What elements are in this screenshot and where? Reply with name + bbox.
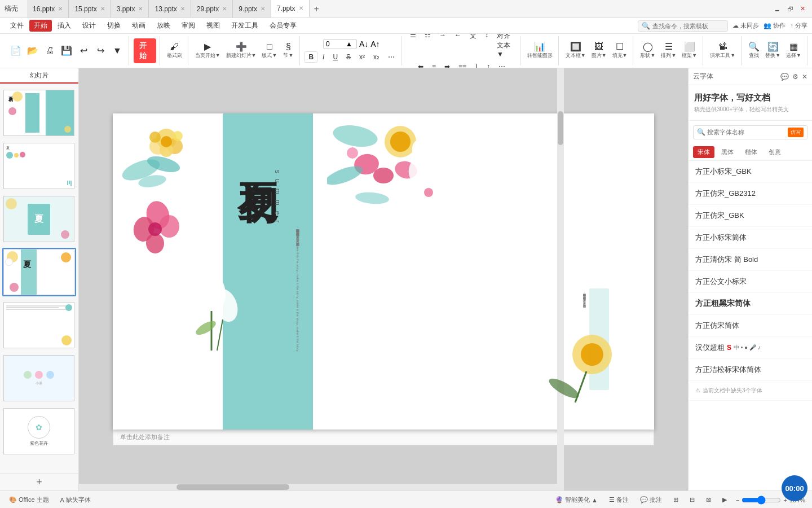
- font-size-input[interactable]: [326, 40, 346, 48]
- start-btn[interactable]: 开始: [134, 38, 156, 63]
- tab-3pptx[interactable]: 3.pptx ✕: [111, 0, 149, 17]
- line-spacing-btn[interactable]: ↕: [483, 62, 493, 68]
- align-center-btn[interactable]: ≡: [429, 62, 439, 68]
- zoom-slider[interactable]: [742, 496, 781, 505]
- format-painter-btn[interactable]: 🖌 格式刷: [165, 41, 184, 60]
- font-item-6[interactable]: 方正公文小标宋: [689, 271, 812, 293]
- save-btn[interactable]: 💾: [59, 45, 74, 56]
- slide-canvas[interactable]: 初夏 summer 当时的那些故事，就像那些花一样，开了又谢，谢了又开，周而复始…: [113, 113, 654, 430]
- tab-insert[interactable]: 插入: [52, 19, 77, 33]
- slide-thumb-7[interactable]: 7 ✿ 紫色花卉: [2, 407, 76, 456]
- slide-thumb-4[interactable]: 4 夏: [2, 248, 76, 296]
- cat-tab-hei[interactable]: 黑体: [717, 146, 738, 158]
- copy-btn[interactable]: 仿写: [788, 128, 804, 137]
- tab-7pptx[interactable]: 7.pptx ✕: [271, 0, 310, 17]
- close-button[interactable]: ✕: [798, 4, 807, 14]
- scrollbar-thumb[interactable]: [558, 111, 563, 145]
- zoom-out-btn[interactable]: −: [736, 497, 739, 503]
- ribbon-search-input[interactable]: [652, 23, 726, 29]
- print-btn[interactable]: 🖨: [42, 45, 58, 56]
- indent-more-btn[interactable]: →: [436, 34, 449, 59]
- tab-close[interactable]: ✕: [100, 6, 105, 12]
- slide-thumb-2[interactable]: 2 夏: [2, 142, 76, 190]
- font-size-box[interactable]: ▲: [323, 39, 357, 49]
- font-item-2[interactable]: 方正仿宋_GB2312: [689, 183, 812, 205]
- tab-29pptx[interactable]: 29.pptx ✕: [191, 0, 233, 17]
- add-tab-button[interactable]: +: [310, 0, 324, 17]
- tab-9pptx[interactable]: 9.pptx ✕: [233, 0, 271, 17]
- align-right-btn[interactable]: ➡: [441, 62, 453, 68]
- layout-btn[interactable]: □ 版式▼: [259, 41, 279, 60]
- notes-btn[interactable]: ☰ 备注: [607, 494, 631, 505]
- add-slide-button[interactable]: +: [0, 474, 78, 491]
- comment-icon[interactable]: 💬: [780, 73, 789, 81]
- replace-btn[interactable]: 🔄 替换▼: [763, 41, 783, 60]
- select-btn[interactable]: ▦ 选择▼: [784, 41, 804, 60]
- tab-file[interactable]: 文件: [5, 19, 29, 33]
- tab-13pptx[interactable]: 13.pptx ✕: [149, 0, 191, 17]
- maximize-button[interactable]: 🗗: [785, 5, 796, 14]
- slide-thumb-5[interactable]: 5: [2, 301, 76, 349]
- redo-btn[interactable]: ↪: [92, 45, 108, 56]
- comment-btn[interactable]: 💬 批注: [638, 494, 664, 505]
- tab-close[interactable]: ✕: [299, 5, 303, 11]
- num-list-btn[interactable]: ☷: [421, 34, 434, 59]
- more-btn[interactable]: ▼: [109, 45, 125, 56]
- cat-tab-creative[interactable]: 创意: [764, 146, 785, 158]
- indent-less-btn[interactable]: ←: [451, 34, 465, 59]
- superscript-btn[interactable]: x²: [356, 52, 368, 62]
- slides-tab[interactable]: 幻灯片: [0, 68, 78, 84]
- canvas-area[interactable]: 初夏 summer 当时的那些故事，就像那些花一样，开了又谢，谢了又开，周而复始…: [79, 68, 688, 491]
- para-more-btn[interactable]: ⋯: [495, 62, 509, 68]
- slide-thumb-1[interactable]: 1 初夏: [2, 89, 76, 137]
- new-btn[interactable]: 📄: [8, 45, 24, 56]
- font-item-hanyi[interactable]: 汉仪超粗 S 中 • ● 🎤 ♪: [689, 337, 812, 359]
- align-left-btn[interactable]: ⬅: [414, 62, 427, 68]
- font-item-8[interactable]: 方正仿宋简体: [689, 315, 812, 337]
- font-item-3[interactable]: 方正仿宋_GBK: [689, 205, 812, 227]
- arrange-btn[interactable]: ☰ 排列▼: [659, 41, 678, 60]
- tab-developer[interactable]: 开发工具: [226, 19, 264, 33]
- underline-btn[interactable]: U: [329, 52, 341, 62]
- find-btn[interactable]: 🔍 查找: [746, 41, 762, 60]
- tab-review[interactable]: 审阅: [176, 19, 201, 33]
- collaborate-btn[interactable]: 👥 协作: [764, 21, 785, 30]
- settings-icon[interactable]: ⚙: [792, 73, 798, 81]
- font-search-box[interactable]: 🔍 仿写: [693, 125, 807, 139]
- smartart-btn[interactable]: 📊 转智能图形: [525, 41, 555, 60]
- picture-btn[interactable]: 🖼 图片▼: [589, 41, 609, 60]
- tab-close[interactable]: ✕: [58, 6, 63, 12]
- shape-btn[interactable]: ◯ 形状▼: [638, 41, 657, 60]
- tab-transition[interactable]: 切换: [102, 19, 126, 33]
- share-btn[interactable]: ↑ 分享: [790, 21, 807, 30]
- align-text-btn[interactable]: 对齐文本▼: [493, 34, 517, 59]
- placeholder-btn[interactable]: ☐ 填充▼: [610, 41, 630, 60]
- textbox-btn[interactable]: 🔲 文本框▼: [563, 41, 588, 60]
- close-panel-icon[interactable]: ✕: [802, 73, 807, 81]
- italic-btn[interactable]: I: [319, 52, 328, 62]
- office-theme-btn[interactable]: 🎨 Office 主题: [7, 494, 51, 505]
- tab-16pptx[interactable]: 16.pptx ✕: [27, 0, 69, 17]
- tab-close[interactable]: ✕: [261, 6, 265, 12]
- canvas-hscrollbar[interactable]: [79, 484, 564, 491]
- bold-btn[interactable]: B: [304, 51, 317, 63]
- tab-member[interactable]: 会员专享: [264, 19, 302, 33]
- tab-15pptx[interactable]: 15.pptx ✕: [69, 0, 111, 17]
- font-increase-btn[interactable]: A↑: [370, 40, 379, 49]
- play-from-current-btn[interactable]: ▶ 当页开始▼: [193, 41, 223, 60]
- tab-slideshow[interactable]: 放映: [151, 19, 176, 33]
- tab-close[interactable]: ✕: [180, 6, 185, 12]
- new-slide-btn[interactable]: ➕ 新建幻灯片▼: [224, 41, 259, 60]
- tab-start[interactable]: 开始: [29, 20, 52, 32]
- tab-close[interactable]: ✕: [222, 6, 227, 12]
- cat-tab-song[interactable]: 宋体: [693, 146, 714, 158]
- undo-btn[interactable]: ↩: [76, 45, 91, 56]
- tab-view[interactable]: 视图: [201, 19, 226, 33]
- frame-btn[interactable]: ⬜ 框架▼: [679, 41, 699, 60]
- tab-design[interactable]: 设计: [77, 19, 102, 33]
- missing-font-btn[interactable]: A 缺失字体: [58, 494, 93, 505]
- minimize-button[interactable]: 🗕: [772, 5, 783, 14]
- present-tool-btn[interactable]: 📽 演示工具▼: [708, 41, 738, 60]
- font-decrease-btn[interactable]: A↓: [359, 40, 368, 49]
- more-format-btn[interactable]: ⋯: [385, 52, 398, 62]
